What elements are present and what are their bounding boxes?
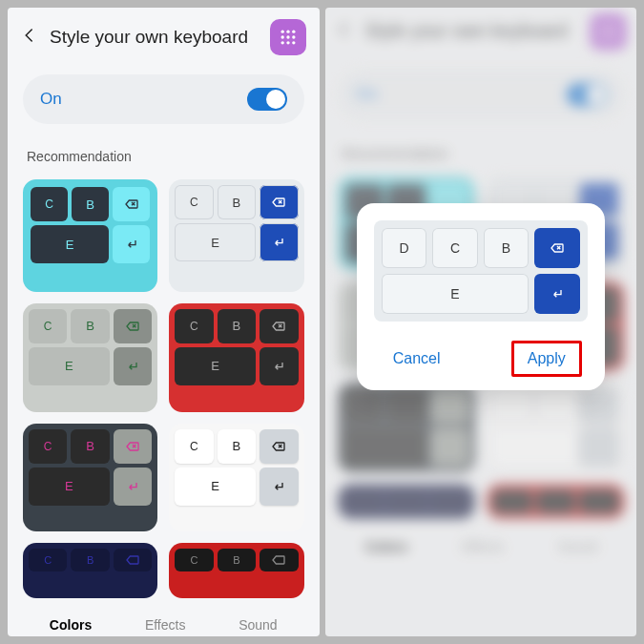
cancel-button[interactable]: Cancel (380, 341, 454, 377)
enter-icon (260, 467, 298, 506)
theme-blue[interactable]: C B E (169, 179, 303, 292)
enter-icon (534, 274, 580, 314)
theme-grid: C B E C B E C B E C B E C (8, 174, 320, 604)
svg-point-6 (280, 41, 283, 44)
key-c: C (432, 228, 478, 268)
backspace-icon (260, 309, 298, 343)
enter-icon (114, 467, 152, 506)
svg-point-2 (292, 31, 295, 33)
style-toggle[interactable]: On (23, 74, 304, 124)
theme-white[interactable]: C B E (169, 424, 303, 532)
apply-theme-dialog: D C B E Cancel Apply (357, 203, 605, 390)
toggle-switch-icon[interactable] (247, 88, 287, 111)
theme-navy[interactable]: C B (23, 543, 157, 598)
svg-point-1 (286, 31, 289, 33)
page-title: Style your own keyboard (50, 27, 259, 48)
back-icon[interactable] (21, 27, 38, 48)
theme-cyan[interactable]: C B E (23, 179, 157, 292)
svg-point-5 (292, 35, 295, 38)
key-c: C (29, 309, 67, 343)
key-e: E (29, 467, 110, 506)
key-e: E (382, 274, 530, 314)
theme-preview: D C B E (374, 220, 588, 322)
key-b: B (218, 185, 256, 219)
key-c: C (175, 309, 213, 343)
backspace-icon (114, 309, 152, 343)
key-c: C (29, 549, 67, 571)
key-b: B (218, 429, 256, 464)
screenshot-left: Style your own keyboard On Recommendatio… (8, 8, 320, 636)
key-d: D (382, 228, 427, 268)
svg-point-3 (280, 35, 283, 38)
key-b: B (218, 549, 256, 571)
key-c: C (31, 187, 68, 221)
enter-icon (260, 223, 298, 261)
svg-point-7 (286, 41, 289, 44)
tabs: Colors Effects Sound (8, 604, 320, 636)
header: Style your own keyboard (8, 8, 320, 67)
theme-pink[interactable]: C B E (23, 424, 157, 532)
key-c: C (175, 429, 213, 464)
apply-button[interactable]: Apply (526, 346, 568, 371)
key-e: E (175, 223, 256, 261)
enter-icon (114, 347, 152, 385)
svg-point-4 (286, 35, 289, 38)
backspace-icon (260, 429, 298, 464)
key-b: B (484, 228, 530, 268)
backspace-icon (260, 549, 298, 571)
tab-colors[interactable]: Colors (42, 613, 99, 636)
theme-gray[interactable]: C B E (23, 303, 157, 412)
key-c: C (175, 549, 213, 571)
dialog-actions: Cancel Apply (374, 339, 588, 377)
key-b: B (218, 309, 256, 343)
key-b: B (72, 187, 109, 221)
tab-effects[interactable]: Effects (137, 613, 194, 636)
key-c: C (29, 429, 67, 464)
key-b: B (71, 549, 109, 571)
backspace-icon (113, 187, 150, 221)
theme-red[interactable]: C B E (169, 303, 303, 412)
apply-highlight: Apply (511, 341, 582, 377)
key-e: E (175, 467, 256, 506)
tab-sound[interactable]: Sound (231, 613, 284, 636)
backspace-icon (260, 185, 298, 219)
key-e: E (175, 347, 256, 385)
key-e: E (31, 225, 109, 263)
enter-icon (113, 225, 150, 263)
key-b: B (71, 309, 109, 343)
key-b: B (71, 429, 109, 464)
enter-icon (260, 347, 298, 385)
key-c: C (175, 185, 213, 219)
backspace-icon (534, 228, 580, 268)
theme-red-dark[interactable]: C B (169, 543, 303, 598)
svg-point-0 (280, 31, 283, 33)
backspace-icon (114, 429, 152, 464)
backspace-icon (114, 549, 152, 571)
grid-apps-icon[interactable] (270, 19, 306, 55)
screenshot-right: Style your own keyboard On Recommendatio… (325, 8, 637, 636)
key-e: E (29, 347, 110, 385)
section-recommendation: Recommendation (8, 132, 320, 174)
toggle-label: On (40, 90, 62, 109)
svg-point-8 (292, 41, 295, 44)
